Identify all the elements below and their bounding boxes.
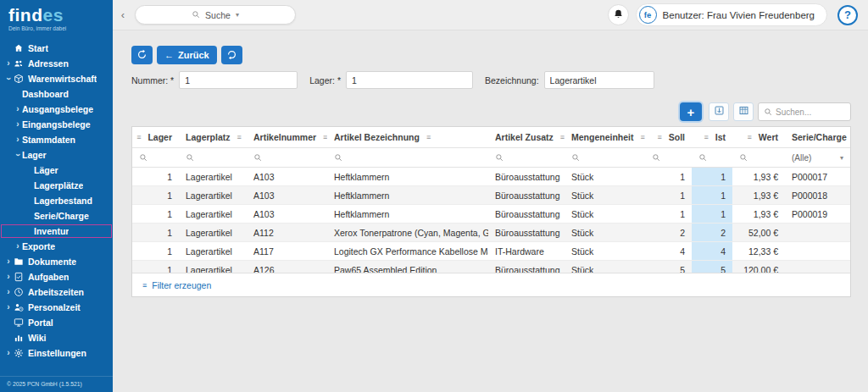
chevron-right-icon[interactable]: › <box>14 105 22 113</box>
notifications-button[interactable] <box>608 4 629 25</box>
search-icon <box>698 150 707 165</box>
filter-ist[interactable] <box>692 148 732 167</box>
sidebar-item-lagerbestand[interactable]: Lagerbestand <box>0 193 113 208</box>
column-header-ist[interactable]: ≡Ist <box>692 127 732 147</box>
filter-artikel-bezeichnung[interactable] <box>327 148 488 167</box>
sidebar-item-ausgangsbelege[interactable]: ›Ausgangsbelege <box>0 102 113 117</box>
column-header-mengeneinheit[interactable]: Mengeneinheit≡ <box>565 127 645 147</box>
chevron-right-icon[interactable]: › <box>14 242 22 251</box>
table-row[interactable]: 1LagerartikelA103HeftklammernBüroausstat… <box>132 186 850 205</box>
cell-mengeneinheit: Stück <box>565 242 645 260</box>
refresh-button[interactable] <box>131 46 153 64</box>
column-header-soll[interactable]: ≡Soll <box>645 127 692 147</box>
cell-wert: 1,93 € <box>732 186 785 204</box>
cell-ist[interactable]: 1 <box>692 205 732 223</box>
nummer-input[interactable] <box>179 71 298 89</box>
table-row[interactable]: 1LagerartikelA117Logitech GX Performance… <box>132 242 850 261</box>
global-search[interactable]: Suche ▾ <box>135 5 296 25</box>
sidebar-item-dashboard[interactable]: Dashboard <box>0 86 113 102</box>
table-row[interactable]: 1LagerartikelA103HeftklammernBüroausstat… <box>132 205 850 224</box>
sidebar-collapse-button[interactable]: ‹ <box>118 8 128 21</box>
cell-ist[interactable]: 5 <box>692 261 732 273</box>
sidebar-item-lager[interactable]: ›Lager <box>0 147 113 163</box>
filter-icon[interactable]: ≡ <box>426 133 431 141</box>
cell-ist[interactable]: 1 <box>692 186 732 204</box>
sidebar-item-l-ger[interactable]: Läger <box>0 163 113 178</box>
sidebar-item-stammdaten[interactable]: ›Stammdaten <box>0 132 113 147</box>
user-menu[interactable]: fe Benutzer: Frau Vivien Freudenberg <box>636 3 827 26</box>
filter-soll[interactable] <box>645 148 692 167</box>
filter-icon[interactable]: ≡ <box>704 133 708 141</box>
cell-artikel-zusatz: Büroausstattung <box>488 186 565 204</box>
sidebar-item-wiki[interactable]: Wiki <box>0 330 113 345</box>
sidebar-item-start[interactable]: Start <box>0 41 113 56</box>
chevron-down-icon[interactable]: › <box>4 75 13 83</box>
filter-lagerplatz[interactable] <box>179 148 247 167</box>
bezeichnung-input[interactable] <box>544 71 654 89</box>
chevron-right-icon[interactable]: › <box>4 288 13 296</box>
chevron-right-icon[interactable]: › <box>4 303 13 312</box>
sidebar-item-dokumente[interactable]: ›Dokumente <box>0 254 113 269</box>
content-area: ← Zurück Nummer: * Lager: * Bezeichnung: <box>113 30 868 392</box>
chevron-down-icon[interactable]: › <box>14 151 22 159</box>
filter-artikelnummer[interactable] <box>247 148 327 167</box>
chevron-right-icon[interactable]: › <box>4 59 13 68</box>
filter-icon[interactable]: ≡ <box>136 133 141 141</box>
column-chooser-button[interactable] <box>733 102 754 121</box>
app-logo[interactable]: findes Dein Büro, immer dabei <box>0 0 113 34</box>
sidebar-item-lagerpl-tze[interactable]: Lagerplätze <box>0 178 113 193</box>
column-header-lagerplatz[interactable]: Lagerplatz≡ <box>179 127 247 147</box>
chevron-right-icon[interactable]: › <box>4 257 13 266</box>
cell-mengeneinheit: Stück <box>565 168 645 185</box>
sidebar-item-einstellungen[interactable]: ›Einstellungen <box>0 345 113 361</box>
table-row[interactable]: 1LagerartikelA112Xerox Tonerpatrone (Cya… <box>132 224 850 242</box>
chevron-right-icon[interactable]: › <box>4 349 13 357</box>
lager-input[interactable] <box>346 71 473 89</box>
chevron-right-icon[interactable]: › <box>4 273 13 281</box>
cell-artikelnummer: A126 <box>247 261 327 273</box>
filter-wert[interactable] <box>732 148 785 167</box>
filter-icon[interactable]: ≡ <box>237 133 242 141</box>
sidebar-item-inventur[interactable]: Inventur <box>0 224 113 239</box>
table-row[interactable]: 1LagerartikelA103HeftklammernBüroausstat… <box>132 168 850 186</box>
sidebar-item-arbeitszeiten[interactable]: ›Arbeitszeiten <box>0 284 113 300</box>
cell-artikel-bezeichnung: Logitech GX Performance Kabellose Maus S… <box>327 242 488 260</box>
table-search-input[interactable] <box>776 108 845 117</box>
sidebar-item-serie-charge[interactable]: Serie/Charge <box>0 208 113 224</box>
cell-ist[interactable]: 4 <box>692 242 732 260</box>
cell-ist[interactable]: 1 <box>692 168 732 185</box>
sidebar-item-adressen[interactable]: ›Adressen <box>0 56 113 71</box>
cell-mengeneinheit: Stück <box>565 261 645 273</box>
filter-icon[interactable]: ≡ <box>748 133 752 141</box>
column-header-label: Mengeneinheit <box>571 132 634 142</box>
column-header-wert[interactable]: ≡Wert <box>732 127 785 147</box>
sidebar-item-eingangsbelege[interactable]: ›Eingangsbelege <box>0 117 113 132</box>
sidebar-item-warenwirtschaft[interactable]: ›Warenwirtschaft <box>0 71 113 86</box>
column-header-lager[interactable]: ≡Lager <box>132 127 179 147</box>
filter-serie-charge[interactable]: (Alle)▾ <box>785 148 850 167</box>
filter-icon[interactable]: ≡ <box>657 133 661 141</box>
column-header-serie-charge[interactable]: Serie/Charge≡ <box>785 127 850 147</box>
help-button[interactable]: ? <box>837 5 858 25</box>
column-header-artikel-zusatz[interactable]: Artikel Zusatz≡ <box>488 127 565 147</box>
column-header-artikelnummer[interactable]: Artikelnummer≡ <box>247 127 327 147</box>
history-button[interactable] <box>221 46 242 64</box>
cell-ist[interactable]: 2 <box>692 224 732 241</box>
table-row[interactable]: 1LagerartikelA126Paw65 Assembled Edition… <box>132 261 850 273</box>
filter-artikel-zusatz[interactable] <box>488 148 565 167</box>
sidebar-item-personalzeit[interactable]: ›Personalzeit <box>0 300 113 315</box>
cell-artikel-bezeichnung: Xerox Tonerpatrone (Cyan, Magenta, Gelb) <box>327 224 488 241</box>
create-filter-link[interactable]: Filter erzeugen <box>152 280 211 290</box>
chevron-right-icon[interactable]: › <box>14 120 22 129</box>
sidebar-item-aufgaben[interactable]: ›Aufgaben <box>0 269 113 284</box>
filter-lager[interactable] <box>132 148 179 167</box>
column-header-artikel-bezeichnung[interactable]: Artikel Bezeichnung≡ <box>327 127 488 147</box>
back-button[interactable]: ← Zurück <box>157 46 217 64</box>
chevron-right-icon[interactable]: › <box>14 135 22 144</box>
filter-icon[interactable]: ≡ <box>641 133 645 141</box>
sidebar-item-portal[interactable]: Portal <box>0 315 113 330</box>
add-row-button[interactable]: + <box>680 102 702 121</box>
export-button[interactable] <box>709 102 729 121</box>
filter-mengeneinheit[interactable] <box>565 148 645 167</box>
sidebar-item-exporte[interactable]: ›Exporte <box>0 239 113 254</box>
